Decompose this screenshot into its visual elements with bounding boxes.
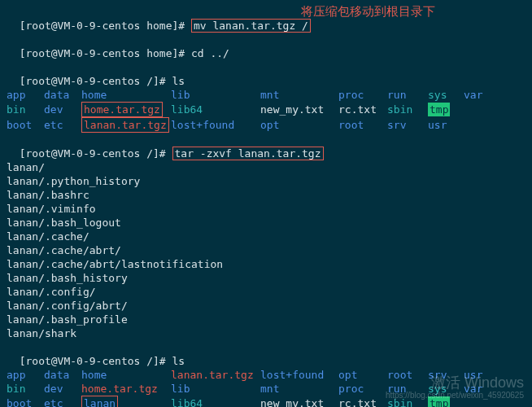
tar-output-block: lanan/lanan/.python_historylanan/.bashrc… <box>7 160 525 340</box>
ls-entry: lib64 <box>171 396 260 407</box>
ls-entry: home.tar.tgz <box>81 382 171 396</box>
ls-entry: home <box>81 368 171 382</box>
ls-entry: run <box>387 88 428 102</box>
ls-output-block: appdatahomelibmntprocrunsysvarbindevhome… <box>7 88 525 133</box>
ls-entry: app <box>7 88 44 102</box>
command-text: cd ../ <box>191 47 229 59</box>
ls-entry: var <box>464 88 496 102</box>
ls-row: appdatahomelibmntprocrunsysvar <box>7 88 525 102</box>
ls-entry: dev <box>44 103 81 116</box>
ls-entry: data <box>44 88 81 102</box>
tar-output-line: lanan/.python_history <box>7 174 525 188</box>
tar-output-line: lanan/.cache/abrt/ <box>7 243 525 257</box>
tar-output-line: lanan/.bash_logout <box>7 216 525 230</box>
ls-entry: lanan.tar.tgz <box>171 368 260 382</box>
watermark-title: 激活 Windows <box>386 376 524 389</box>
ls-entry: proc <box>338 382 387 396</box>
ls-entry: new_my.txt <box>260 396 338 407</box>
command-text: tar -zxvf lanan.tar.tgz <box>172 147 324 160</box>
terminal-line: [root@VM-0-9-centos home]# mv lanan.tar.… <box>7 5 525 33</box>
ls-entry: bin <box>7 382 44 396</box>
command-text: mv lanan.tar.tgz / <box>191 19 311 33</box>
ls-entry: rc.txt <box>338 103 387 116</box>
tar-output-line: lanan/.cache/ <box>7 230 525 243</box>
tar-output-line: lanan/.config/abrt/ <box>7 299 525 313</box>
ls-entry: lib <box>171 88 260 102</box>
ls-entry: lost+found <box>171 118 260 132</box>
ls-entry: home.tar.tgz <box>81 102 171 117</box>
ls-entry: opt <box>338 368 387 382</box>
tar-output-line: lanan/.viminfo <box>7 202 525 216</box>
ls-entry: srv <box>387 118 428 132</box>
ls-entry: bin <box>7 103 44 116</box>
ls-entry: sys <box>428 88 464 102</box>
ls-entry: data <box>44 368 81 382</box>
command-text: ls <box>172 355 185 367</box>
ls-entry: sbin <box>387 103 428 116</box>
ls-entry: etc <box>44 118 81 132</box>
terminal-line: [root@VM-0-9-centos /]# ls <box>7 340 525 368</box>
tar-output-line: lanan/.bash_history <box>7 271 525 285</box>
ls-entry: home <box>81 88 171 102</box>
tar-output-line: lanan/.bashrc <box>7 188 525 202</box>
ls-entry: boot <box>7 118 44 132</box>
tar-output-line: lanan/.config/ <box>7 285 525 299</box>
tar-output-line: lanan/ <box>7 160 525 174</box>
terminal-line: [root@VM-0-9-centos /]# tar -zxvf lanan.… <box>7 133 525 160</box>
ls-entry: tmp <box>428 103 464 116</box>
ls-entry: lanan <box>81 396 171 407</box>
terminal-line: [root@VM-0-9-centos home]# cd ../ <box>7 33 525 60</box>
annotation-label: 将压缩包移动到根目录下 <box>301 5 435 19</box>
shell-prompt: [root@VM-0-9-centos home]# <box>20 20 191 32</box>
ls-entry: opt <box>260 118 338 132</box>
watermark-sub: https://blog.csdn.net/weixin_45920625 <box>386 389 524 402</box>
command-text: ls <box>172 75 185 87</box>
ls-entry: boot <box>7 396 44 407</box>
ls-row: bindevhome.tar.tgzlib64new_my.txtrc.txts… <box>7 102 525 117</box>
ls-entry: root <box>338 118 387 132</box>
ls-entry: mnt <box>260 88 338 102</box>
tar-output-line: lanan/shark <box>7 326 525 340</box>
ls-row: bootetclanan.tar.tgzlost+foundoptrootsrv… <box>7 117 525 133</box>
watermark: 激活 Windows https://blog.csdn.net/weixin_… <box>386 376 524 402</box>
ls-entry: proc <box>338 88 387 102</box>
shell-prompt: [root@VM-0-9-centos home]# <box>20 47 191 59</box>
ls-entry: usr <box>428 118 464 132</box>
ls-entry: new_my.txt <box>260 103 338 116</box>
ls-entry: app <box>7 368 44 382</box>
tar-output-line: lanan/.bash_profile <box>7 313 525 326</box>
ls-entry: mnt <box>260 382 338 396</box>
ls-entry: lib <box>171 382 260 396</box>
shell-prompt: [root@VM-0-9-centos /]# <box>20 147 172 160</box>
terminal-line: [root@VM-0-9-centos /]# ls <box>7 60 525 88</box>
ls-entry: lost+found <box>260 368 338 382</box>
ls-entry: etc <box>44 396 81 407</box>
ls-entry: dev <box>44 382 81 396</box>
shell-prompt: [root@VM-0-9-centos /]# <box>20 75 172 87</box>
shell-prompt: [root@VM-0-9-centos /]# <box>20 355 172 367</box>
ls-entry: rc.txt <box>338 396 387 407</box>
ls-entry: lanan.tar.tgz <box>81 117 171 133</box>
tar-output-line: lanan/.cache/abrt/lastnotification <box>7 257 525 271</box>
ls-entry: lib64 <box>171 103 260 116</box>
